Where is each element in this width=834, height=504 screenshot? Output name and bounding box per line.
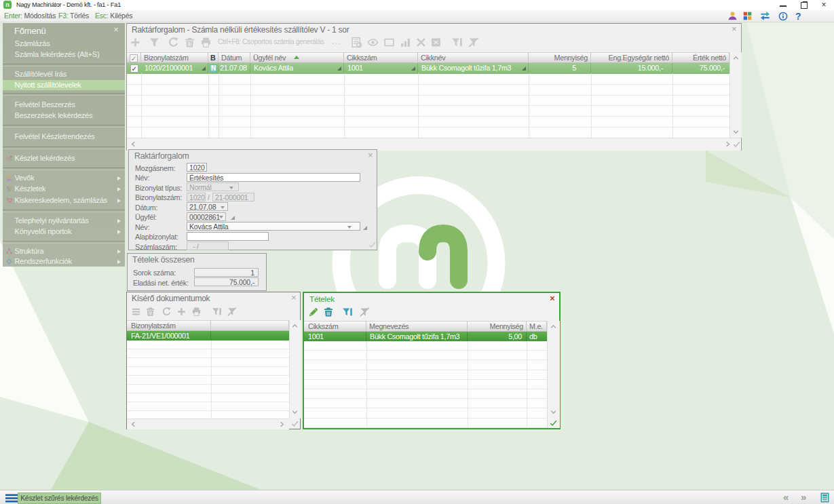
lookup-corner-icon[interactable] <box>231 216 235 220</box>
column-header-empty[interactable] <box>211 320 289 331</box>
cell-b[interactable]: N <box>208 63 219 74</box>
log-document-icon[interactable] <box>820 492 829 503</box>
column-header-me[interactable]: M.e. <box>527 321 547 332</box>
menu-item-beszerzesek-lekerdezes[interactable]: Beszerzések lekérdezés <box>3 111 125 121</box>
menu-item-felvetel-beszerzes[interactable]: Felvétel Beszerzés <box>3 100 125 110</box>
scroll-left-icon[interactable] <box>129 140 138 149</box>
edit-icon[interactable] <box>308 307 319 317</box>
column-header-cikkszam[interactable]: Cikkszám <box>344 52 418 63</box>
add-icon[interactable] <box>130 37 141 48</box>
cell-megnevezes[interactable]: Bükk Csomagolt tűzifa 1,7m3 <box>366 332 468 341</box>
filter-icon[interactable] <box>149 37 160 48</box>
scroll-down-icon[interactable] <box>732 128 740 136</box>
hotkey-modify[interactable]: Enter: Módosítás <box>4 10 56 22</box>
transfer-arrows-icon[interactable] <box>759 11 771 21</box>
filter-clear-icon[interactable] <box>227 307 237 317</box>
cell-eng-egysegar-netto[interactable]: 15.000,- <box>591 63 672 74</box>
table-row-selected[interactable]: ✓ 1020/21000001 N 21.07.08 Kovács Attila… <box>127 63 729 74</box>
hotkey-exit[interactable]: Esc: Kilépés <box>95 10 132 22</box>
menu-item-szallitolevel-iras[interactable]: Szállítólevél írás <box>3 69 125 79</box>
scroll-down-icon[interactable] <box>549 408 558 416</box>
scroll-left-icon[interactable] <box>129 420 138 429</box>
table-row-selected[interactable]: FA-21/VE1/000001 <box>127 331 289 341</box>
modules-grid-icon[interactable] <box>742 11 753 21</box>
cell-me[interactable]: db <box>527 332 547 341</box>
list-icon[interactable] <box>131 307 141 317</box>
scroll-up-icon[interactable] <box>732 54 740 62</box>
scroll-right-icon[interactable] <box>723 140 732 149</box>
row-checkbox[interactable]: ✓ <box>130 64 138 73</box>
delete-icon[interactable] <box>323 307 334 317</box>
column-header-ertek-netto[interactable]: Érték nettó <box>672 52 729 63</box>
filter-apply-icon[interactable] <box>212 307 222 317</box>
cell-bizonylatszam[interactable]: 1020/21000001 <box>141 63 208 74</box>
filter-apply-icon[interactable] <box>451 37 463 48</box>
close-button[interactable]: × <box>816 0 831 10</box>
restore-button[interactable] <box>796 0 811 10</box>
cell-ugyfel-nev[interactable]: Kovács Attila <box>250 63 344 74</box>
menu-item-konyveloi-riportok[interactable]: Könyvelői riportok <box>3 227 125 237</box>
ugyfel-select[interactable]: 00002861 <box>187 212 226 221</box>
bizonylatszam-prefix-input[interactable]: 1020 <box>187 193 206 201</box>
scroll-up-icon[interactable] <box>549 322 558 331</box>
scroll-right-icon[interactable] <box>278 420 286 429</box>
menu-item-kiskereskedelem[interactable]: Kiskereskedelem, számlázás <box>3 195 125 206</box>
menu-item-keszletek[interactable]: Készletek <box>3 184 125 194</box>
cell-cikkszam[interactable]: 1001 <box>344 63 418 74</box>
print-icon[interactable] <box>191 307 202 317</box>
disable-icon[interactable] <box>415 37 427 48</box>
hotkey-delete[interactable]: F3: Törlés <box>58 10 89 22</box>
user-icon[interactable] <box>727 11 738 21</box>
menu-item-telephelyi-nyilvantartas[interactable]: Telephelyi nyilvántartás <box>3 216 125 226</box>
szamlaszam-input[interactable]: - / <box>187 241 229 250</box>
cell-cikkszam[interactable]: 1001 <box>304 332 366 341</box>
column-header-eng-egysegar-netto[interactable]: Eng.Egységár nettó <box>591 52 672 63</box>
task-button-keszlet-szures[interactable]: Készlet szűrés lekérdezés <box>18 492 101 504</box>
window-close-icon[interactable]: × <box>548 295 556 303</box>
nav-forward-icon[interactable]: » <box>801 490 806 504</box>
column-header-megnevezes[interactable]: Megnevezés <box>366 321 468 332</box>
column-header-b[interactable]: B <box>208 52 219 63</box>
vertical-scrollbar[interactable] <box>547 321 560 428</box>
add-icon[interactable] <box>176 307 187 317</box>
cell-bizonylatszam[interactable]: FA-21/VE1/000001 <box>127 331 211 341</box>
column-header-bizonylatszam[interactable]: Bizonylatszám <box>127 320 211 331</box>
taskbar-menu-icon[interactable] <box>5 494 19 503</box>
bizonylatszam-input[interactable]: 21-000001 <box>212 193 254 201</box>
scroll-up-icon[interactable] <box>290 322 299 330</box>
cell-mennyiseg[interactable]: 5,00 <box>468 332 527 341</box>
window-title[interactable]: Kísérő dokumentumok <box>132 294 210 303</box>
form-lookup-icon[interactable] <box>351 37 362 48</box>
table-row-selected[interactable]: 1001 Bükk Csomagolt tűzifa 1,7m3 5,00 db <box>304 332 547 341</box>
info-icon[interactable] <box>778 12 788 21</box>
nav-back-icon[interactable]: « <box>783 490 789 504</box>
chart-icon[interactable] <box>400 37 411 48</box>
column-header-ugyfel-nev[interactable]: Ügyfél név <box>250 52 344 63</box>
menu-item-szamlazas[interactable]: Számlázás <box>3 39 125 49</box>
vertical-scrollbar[interactable] <box>729 52 742 138</box>
delete-icon[interactable] <box>184 37 195 48</box>
main-menu-close-icon[interactable]: × <box>112 25 120 35</box>
more-icon[interactable]: ... <box>332 36 341 46</box>
menu-item-rendszerfunkciok[interactable]: Rendszerfunkciók <box>3 256 125 267</box>
menu-item-vevok[interactable]: Vevők <box>3 173 125 183</box>
window-close-icon[interactable]: × <box>290 294 298 302</box>
cell-cikknev[interactable]: Bükk Csomagolt tűzifa 1,7m3 <box>418 63 529 74</box>
column-header-bizonylatszam[interactable]: Bizonylatszám <box>141 52 208 63</box>
window-title[interactable]: Raktárforgalom - Számla nélküli értékesí… <box>132 25 349 35</box>
cell-mennyiseg[interactable]: 5 <box>529 63 591 74</box>
confirm-check-icon[interactable] <box>732 140 741 149</box>
nev-input[interactable]: Értékesítés <box>187 173 360 182</box>
minimize-button[interactable] <box>776 0 791 10</box>
confirm-check-icon[interactable] <box>290 419 299 428</box>
cell-ertek-netto[interactable]: 75.000,- <box>672 63 729 74</box>
filter-clear-icon[interactable] <box>468 37 479 48</box>
cell-datum[interactable]: 21.07.08 <box>219 63 250 74</box>
dialog-confirm-check-icon[interactable] <box>368 240 377 249</box>
menu-item-szamla-lekerdezes[interactable]: Számla lekérdezés (Alt+S) <box>3 50 125 60</box>
column-header-cikknev[interactable]: Cikknév <box>418 52 529 63</box>
scroll-down-icon[interactable] <box>290 408 299 416</box>
frame-icon[interactable] <box>383 37 395 48</box>
excel-export-icon[interactable] <box>430 37 442 48</box>
refresh-icon[interactable] <box>168 37 179 48</box>
